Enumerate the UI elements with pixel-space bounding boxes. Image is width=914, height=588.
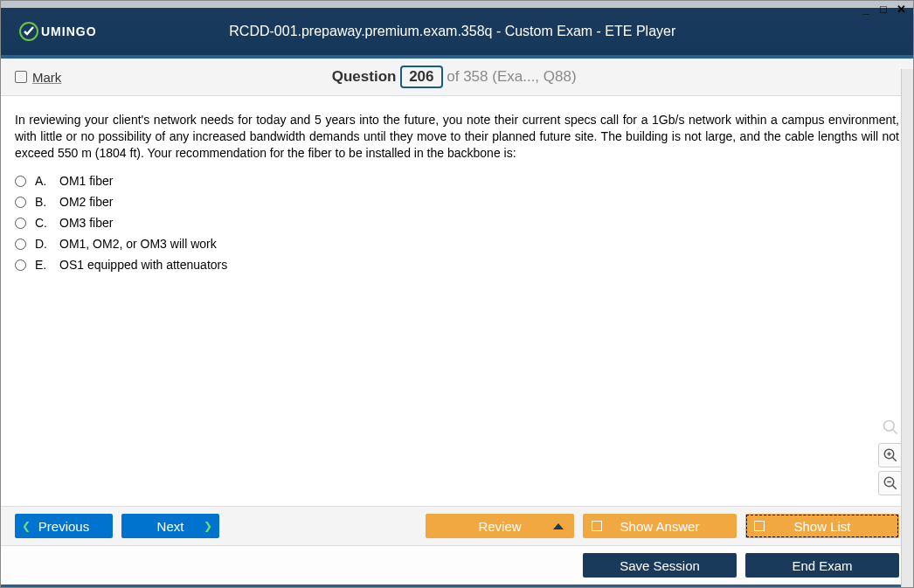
window-controls: _ □ ✕ xyxy=(859,3,908,15)
logo-check-icon xyxy=(18,21,39,42)
option-letter: E. xyxy=(35,258,51,272)
mark-checkbox[interactable] xyxy=(15,71,27,83)
radio-icon[interactable] xyxy=(15,197,26,208)
zoom-reset-icon[interactable] xyxy=(878,415,903,439)
review-button[interactable]: Review xyxy=(426,514,574,538)
option-text: OS1 equipped with attenuators xyxy=(59,258,227,272)
triangle-up-icon xyxy=(553,523,564,529)
logo: UMINGO xyxy=(18,21,97,42)
question-of-text: of 358 (Exa..., Q88) xyxy=(447,68,576,85)
option-text: OM3 fiber xyxy=(59,216,113,230)
chevron-left-icon: ❮ xyxy=(22,520,31,532)
chevron-right-icon: ❯ xyxy=(204,520,212,532)
radio-icon[interactable] xyxy=(15,176,26,187)
option-letter: D. xyxy=(35,237,51,251)
logo-text: UMINGO xyxy=(41,24,97,38)
footer-row-session: Save Session End Exam xyxy=(1,545,913,585)
radio-icon[interactable] xyxy=(15,259,26,271)
maximize-button[interactable]: □ xyxy=(876,3,890,15)
end-exam-label: End Exam xyxy=(792,558,852,573)
question-text: In reviewing your client's network needs… xyxy=(15,112,899,162)
previous-button[interactable]: ❮ Previous xyxy=(15,514,113,538)
window-title: RCDD-001.prepaway.premium.exam.358q - Cu… xyxy=(97,24,808,39)
radio-icon[interactable] xyxy=(15,239,26,250)
review-label: Review xyxy=(478,519,521,534)
mark-label: Mark xyxy=(32,70,61,85)
option-d[interactable]: D. OM1, OM2, or OM3 will work xyxy=(15,237,899,251)
scrollbar[interactable] xyxy=(901,69,913,587)
save-session-label: Save Session xyxy=(620,558,700,573)
option-c[interactable]: C. OM3 fiber xyxy=(15,216,899,230)
show-answer-button[interactable]: Show Answer xyxy=(583,514,737,538)
svg-line-4 xyxy=(892,457,897,461)
show-answer-label: Show Answer xyxy=(620,519,700,534)
minimize-button[interactable]: _ xyxy=(859,3,873,15)
bottom-border xyxy=(1,585,913,587)
question-content: In reviewing your client's network needs… xyxy=(1,96,913,506)
option-e[interactable]: E. OS1 equipped with attenuators xyxy=(15,258,899,272)
svg-line-8 xyxy=(892,485,897,489)
sub-header: Mark Question 206 of 358 (Exa..., Q88) xyxy=(1,55,913,96)
svg-line-2 xyxy=(893,430,897,434)
question-word: Question xyxy=(332,68,397,85)
save-session-button[interactable]: Save Session xyxy=(583,553,737,578)
option-b[interactable]: B. OM2 fiber xyxy=(15,195,899,209)
mark-checkbox-wrap[interactable]: Mark xyxy=(15,70,61,85)
zoom-out-button[interactable] xyxy=(878,471,903,495)
option-text: OM2 fiber xyxy=(59,195,113,209)
zoom-tools xyxy=(878,415,903,495)
option-text: OM1 fiber xyxy=(59,174,113,188)
zoom-in-button[interactable] xyxy=(878,443,903,467)
radio-icon[interactable] xyxy=(15,218,26,229)
checkbox-icon xyxy=(592,521,602,531)
close-button[interactable]: ✕ xyxy=(894,3,908,15)
show-list-label: Show List xyxy=(793,519,850,534)
option-letter: A. xyxy=(35,174,51,188)
option-letter: B. xyxy=(35,195,51,209)
previous-label: Previous xyxy=(38,519,89,534)
end-exam-button[interactable]: End Exam xyxy=(745,553,899,578)
option-letter: C. xyxy=(35,216,51,230)
checkbox-icon xyxy=(754,521,765,531)
svg-point-1 xyxy=(884,421,895,432)
question-number: 206 xyxy=(400,66,442,88)
options-list: A. OM1 fiber B. OM2 fiber C. OM3 fiber D… xyxy=(15,174,899,272)
app-window: _ □ ✕ UMINGO RCDD-001.prepaway.premium.e… xyxy=(0,0,914,588)
footer-row-nav: ❮ Previous Next ❯ Review Show Answer Sho… xyxy=(1,506,913,545)
header: UMINGO RCDD-001.prepaway.premium.exam.35… xyxy=(1,1,913,55)
question-info: Question 206 of 358 (Exa..., Q88) xyxy=(61,66,847,88)
option-text: OM1, OM2, or OM3 will work xyxy=(59,237,217,251)
next-label: Next xyxy=(157,519,184,534)
footer: ❮ Previous Next ❯ Review Show Answer Sho… xyxy=(1,506,913,587)
option-a[interactable]: A. OM1 fiber xyxy=(15,174,899,188)
show-list-button[interactable]: Show List xyxy=(745,514,899,538)
next-button[interactable]: Next ❯ xyxy=(121,514,219,538)
